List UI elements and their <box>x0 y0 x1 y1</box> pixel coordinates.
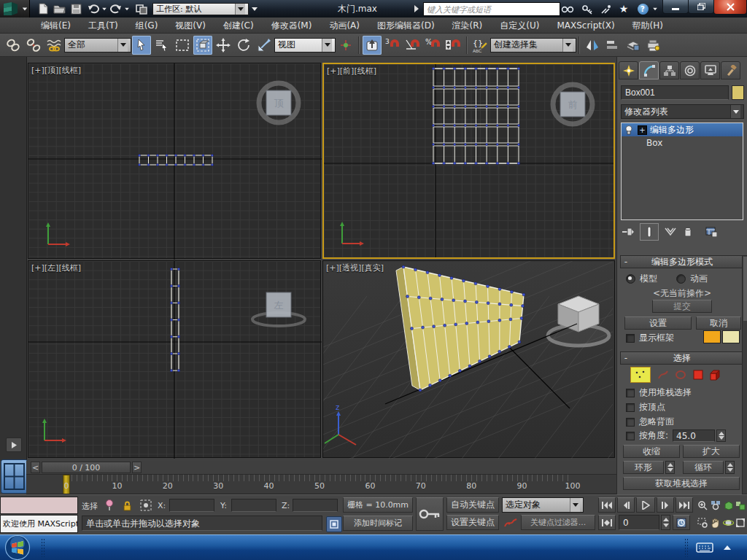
time-prev-button[interactable]: < <box>31 462 40 473</box>
spinner-snap-icon[interactable] <box>444 36 463 55</box>
time-slider-handle[interactable]: 0 / 100 <box>42 462 131 473</box>
next-frame-button[interactable] <box>657 497 674 513</box>
rollout-collapse-icon[interactable]: - <box>621 257 631 267</box>
go-to-start-button[interactable] <box>598 497 616 513</box>
redo-button[interactable] <box>107 1 124 16</box>
viewport-front-label[interactable]: [+][前][线框] <box>327 66 376 77</box>
pan-hand-icon[interactable] <box>709 515 721 530</box>
start-button[interactable] <box>4 534 31 560</box>
selection-set-arrow-icon[interactable] <box>570 498 580 512</box>
menu-animation[interactable]: 动画(A) <box>320 18 368 34</box>
by-angle-field[interactable]: 45.0 <box>673 429 715 442</box>
close-button[interactable] <box>713 0 747 15</box>
orbit-icon[interactable] <box>722 515 735 530</box>
by-angle-spinner[interactable] <box>716 429 726 442</box>
grow-button[interactable]: 扩大 <box>683 445 740 458</box>
settings-button[interactable]: 设置 <box>624 316 692 330</box>
add-time-tag-button[interactable]: 添加时间标记 <box>343 516 413 531</box>
use-pivot-point-center-button[interactable] <box>363 36 382 55</box>
stack-item-box[interactable]: Box <box>622 136 743 149</box>
menu-tools[interactable]: 工具(T) <box>80 18 127 34</box>
menu-rendering[interactable]: 渲染(R) <box>444 18 492 34</box>
undo-button[interactable] <box>85 1 101 16</box>
tab-motion[interactable] <box>680 61 700 79</box>
loop-spinner[interactable] <box>725 461 735 474</box>
render-setup-icon[interactable] <box>644 36 663 55</box>
go-to-end-button[interactable] <box>676 497 693 513</box>
z-field[interactable] <box>293 499 338 512</box>
key-filters-curve-icon[interactable] <box>502 515 519 530</box>
track-bar[interactable]: 0102030405060708090100 <box>26 475 616 494</box>
polygon-subobject-button[interactable] <box>689 368 707 382</box>
menu-help[interactable]: 帮助(H) <box>624 18 672 34</box>
current-frame-field[interactable]: 0 <box>619 515 659 530</box>
make-unique-icon[interactable] <box>662 224 679 240</box>
menu-graph-editors[interactable]: 图形编辑器(D) <box>368 18 444 34</box>
loop-button[interactable]: 循环 <box>683 461 724 474</box>
key-filters-button[interactable]: 关键点过滤器... <box>521 515 595 530</box>
menu-views[interactable]: 视图(V) <box>166 18 214 34</box>
y-field[interactable] <box>231 499 276 512</box>
time-configuration-button[interactable] <box>673 515 690 530</box>
cage-color-swatch[interactable] <box>703 330 721 343</box>
transform-gizmo-icon[interactable] <box>139 498 153 513</box>
zoom-all-icon[interactable] <box>709 497 721 513</box>
menu-group[interactable]: 组(G) <box>127 18 167 34</box>
get-stack-selection-button[interactable]: 获取堆栈选择 <box>623 477 740 490</box>
menu-edit[interactable]: 编辑(E) <box>32 18 80 34</box>
menu-customize[interactable]: 自定义(U) <box>491 18 548 34</box>
key-shortcuts-icon[interactable] <box>579 3 595 15</box>
set-key-button[interactable]: 设置关键点 <box>446 515 499 530</box>
reference-coordsys-dropdown[interactable]: 视图 <box>274 38 336 52</box>
tab-utilities[interactable] <box>721 61 740 79</box>
select-and-link-icon[interactable] <box>4 36 23 55</box>
by-angle-checkbox[interactable] <box>626 432 635 440</box>
by-vertex-checkbox[interactable] <box>626 403 635 412</box>
workspace-extra-arrow-icon[interactable] <box>249 1 260 16</box>
zoom-extents-icon[interactable] <box>722 497 735 513</box>
cage-selected-color-swatch[interactable] <box>722 330 740 343</box>
select-and-manipulate-icon[interactable] <box>336 36 355 55</box>
window-crossing-button[interactable] <box>193 36 212 55</box>
restore-button[interactable] <box>688 0 714 14</box>
percent-snap-icon[interactable]: % <box>424 36 443 55</box>
modifier-list-dropdown[interactable]: 修改器列表 <box>621 104 744 119</box>
viewport-perspective[interactable]: [+][透视][真实] z <box>322 260 615 458</box>
maximize-viewport-toggle-icon[interactable] <box>734 515 746 530</box>
panel-scrollbar[interactable] <box>742 255 747 494</box>
show-end-result-icon[interactable] <box>640 223 659 241</box>
align-button[interactable] <box>603 36 622 55</box>
shrink-button[interactable]: 收缩 <box>623 445 680 458</box>
select-and-rotate-button[interactable] <box>234 36 253 55</box>
use-stack-selection-checkbox[interactable] <box>626 389 635 397</box>
rollout-selection-collapse-icon[interactable]: - <box>621 353 631 363</box>
selection-lock-icon[interactable] <box>120 498 134 513</box>
selection-filter-dropdown[interactable]: 全部 <box>64 38 131 52</box>
layer-manager-icon[interactable] <box>624 36 643 55</box>
zoom-region-icon[interactable] <box>696 515 708 530</box>
object-name-field[interactable] <box>621 85 729 100</box>
select-and-scale-button[interactable] <box>255 36 274 55</box>
key-mode-toggle-button[interactable] <box>598 515 616 530</box>
configure-modifier-sets-icon[interactable] <box>703 224 720 240</box>
viewport-left-label[interactable]: [+][左][线框] <box>31 262 81 273</box>
element-subobject-button[interactable] <box>707 368 724 382</box>
viewport-front[interactable]: [+][前][线框] 前 <box>322 63 615 259</box>
frame-spinner[interactable] <box>661 515 670 530</box>
tab-modify[interactable] <box>639 61 659 79</box>
select-by-name-button[interactable] <box>152 36 171 55</box>
rollout-edit-poly-mode-header[interactable]: - 编辑多边形模式 <box>620 255 744 268</box>
previous-frame-button[interactable] <box>617 497 635 513</box>
named-selection-sets-arrow-icon[interactable] <box>562 39 573 52</box>
unlink-selection-icon[interactable] <box>24 36 43 55</box>
search-icon[interactable] <box>559 3 576 15</box>
reference-coordsys-arrow-icon[interactable] <box>322 39 332 52</box>
model-radio[interactable] <box>626 274 635 284</box>
viewport-left[interactable]: [+][左][线框] 左 <box>28 260 321 458</box>
help-icon[interactable]: ? <box>636 2 649 15</box>
angle-snap-icon[interactable] <box>403 36 422 55</box>
save-file-button[interactable] <box>68 1 85 16</box>
cancel-button[interactable]: 取消 <box>696 316 741 330</box>
workspace-dropdown[interactable]: 工作区: 默认 <box>152 3 249 15</box>
undo-history-arrow-icon[interactable] <box>102 7 107 10</box>
